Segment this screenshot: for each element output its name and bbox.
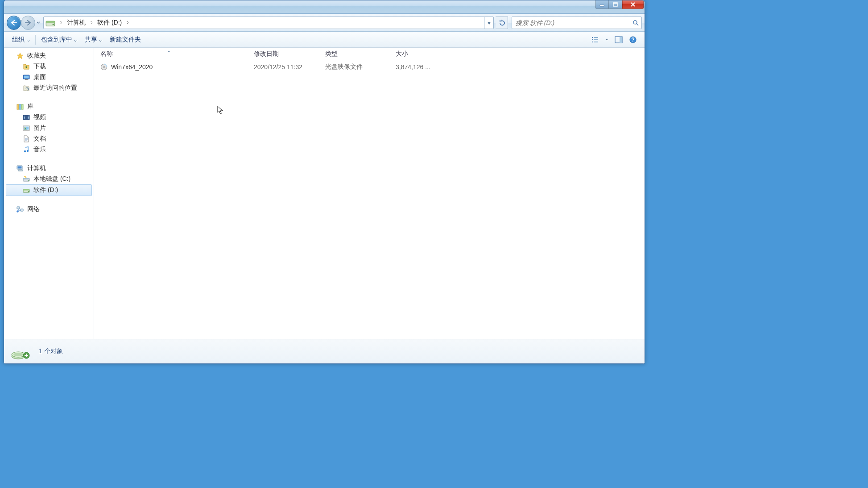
separator bbox=[35, 35, 36, 45]
back-button[interactable] bbox=[7, 16, 21, 30]
documents-icon bbox=[23, 135, 30, 142]
include-library-button[interactable]: 包含到库中 bbox=[37, 34, 81, 46]
column-date[interactable]: 修改日期 bbox=[248, 48, 319, 60]
desktop-icon bbox=[23, 74, 30, 81]
sidebar-library-head[interactable]: 库 bbox=[4, 101, 94, 112]
svg-rect-8 bbox=[594, 37, 598, 38]
svg-point-44 bbox=[28, 191, 29, 192]
star-icon bbox=[17, 52, 24, 59]
refresh-icon bbox=[499, 20, 505, 26]
share-button[interactable]: 共享 bbox=[81, 34, 106, 46]
sidebar-item-documents[interactable]: 文档 bbox=[4, 133, 94, 144]
svg-rect-27 bbox=[24, 118, 25, 119]
svg-rect-19 bbox=[25, 79, 28, 80]
file-name: Win7x64_2020 bbox=[111, 63, 153, 71]
computer-label: 计算机 bbox=[27, 164, 46, 172]
breadcrumb-computer[interactable]: 计算机 bbox=[65, 17, 87, 29]
svg-rect-29 bbox=[28, 117, 29, 118]
file-row[interactable]: Win7x64_2020 2020/12/25 11:32 光盘映像文件 3,8… bbox=[94, 60, 645, 74]
sidebar-item-downloads[interactable]: 下载 bbox=[4, 61, 94, 72]
pictures-icon bbox=[23, 125, 30, 132]
file-name-cell: Win7x64_2020 bbox=[94, 63, 248, 71]
sidebar-favorites-group: 收藏夹 下载 桌面 最近访问的位置 bbox=[4, 50, 94, 93]
col-name-label: 名称 bbox=[100, 50, 113, 58]
chevron-down-icon bbox=[26, 36, 30, 43]
address-dropdown[interactable]: ▾ bbox=[484, 17, 493, 29]
forward-arrow-icon bbox=[25, 20, 32, 26]
search-box[interactable] bbox=[512, 17, 642, 29]
svg-rect-4 bbox=[46, 21, 55, 23]
help-button[interactable]: ? bbox=[627, 34, 639, 45]
search-input[interactable] bbox=[512, 19, 630, 26]
recent-icon bbox=[23, 84, 30, 92]
forward-button[interactable] bbox=[21, 16, 35, 30]
content-area: 名称 修改日期 类型 大小 Win7x64_2020 2020/12/25 11… bbox=[94, 48, 645, 339]
file-size: 3,874,126 ... bbox=[389, 63, 438, 71]
sidebar-label: 软件 (D:) bbox=[33, 186, 58, 194]
music-icon bbox=[23, 146, 30, 153]
sidebar-item-drive-c[interactable]: 本地磁盘 (C:) bbox=[4, 174, 94, 184]
sidebar-item-videos[interactable]: 视频 bbox=[4, 112, 94, 123]
sidebar-item-music[interactable]: 音乐 bbox=[4, 144, 94, 155]
new-folder-button[interactable]: 新建文件夹 bbox=[106, 34, 145, 46]
breadcrumb-sep[interactable] bbox=[57, 17, 65, 29]
history-dropdown[interactable] bbox=[35, 21, 41, 24]
nav-arrows bbox=[7, 16, 41, 30]
svg-rect-12 bbox=[594, 42, 598, 42]
organize-button[interactable]: 组织 bbox=[8, 34, 33, 46]
breadcrumb-sep[interactable] bbox=[124, 17, 132, 29]
column-type[interactable]: 类型 bbox=[319, 48, 389, 60]
sidebar-computer-head[interactable]: 计算机 bbox=[4, 163, 94, 174]
breadcrumb-current[interactable]: 软件 (D:) bbox=[95, 17, 124, 29]
sidebar-label: 下载 bbox=[33, 63, 46, 71]
file-list[interactable]: Win7x64_2020 2020/12/25 11:32 光盘映像文件 3,8… bbox=[94, 60, 645, 339]
sidebar-item-recent[interactable]: 最近访问的位置 bbox=[4, 83, 94, 93]
sidebar-network-head[interactable]: 网络 bbox=[4, 204, 94, 215]
view-mode-button[interactable] bbox=[589, 34, 602, 45]
sidebar-library-group: 库 视频 图片 文档 音乐 bbox=[4, 101, 94, 155]
video-icon bbox=[23, 114, 30, 121]
maximize-icon bbox=[613, 2, 618, 7]
svg-rect-26 bbox=[24, 117, 25, 118]
svg-point-33 bbox=[25, 127, 25, 128]
preview-pane-button[interactable] bbox=[612, 34, 625, 45]
back-arrow-icon bbox=[10, 20, 17, 26]
sidebar-item-desktop[interactable]: 桌面 bbox=[4, 72, 94, 83]
svg-rect-11 bbox=[592, 42, 593, 42]
refresh-button[interactable] bbox=[496, 17, 508, 29]
status-text: 1 个对象 bbox=[39, 347, 63, 355]
svg-rect-38 bbox=[18, 170, 23, 171]
search-icon[interactable] bbox=[630, 20, 641, 26]
chevron-down-icon bbox=[37, 21, 40, 24]
file-type: 光盘映像文件 bbox=[319, 63, 389, 71]
sidebar-favorites-head[interactable]: 收藏夹 bbox=[4, 50, 94, 61]
downloads-icon bbox=[23, 63, 30, 70]
svg-rect-0 bbox=[600, 5, 604, 6]
drive-large-icon bbox=[10, 343, 31, 360]
svg-rect-23 bbox=[21, 104, 23, 109]
sidebar-label: 视频 bbox=[33, 113, 46, 121]
sidebar-label: 本地磁盘 (C:) bbox=[33, 175, 70, 183]
address-bar[interactable]: 计算机 软件 (D:) ▾ bbox=[43, 17, 494, 29]
close-icon bbox=[630, 2, 636, 7]
maximize-button[interactable] bbox=[609, 0, 622, 9]
col-size-label: 大小 bbox=[396, 50, 408, 58]
minimize-icon bbox=[599, 2, 605, 7]
close-button[interactable] bbox=[622, 0, 644, 9]
column-size[interactable]: 大小 bbox=[389, 48, 438, 60]
sidebar-item-pictures[interactable]: 图片 bbox=[4, 123, 94, 133]
svg-rect-21 bbox=[17, 104, 19, 109]
col-date-label: 修改日期 bbox=[254, 50, 279, 58]
explorer-window: 计算机 软件 (D:) ▾ 组织 包含到库中 共享 bbox=[4, 0, 645, 364]
breadcrumb-sep[interactable] bbox=[87, 17, 95, 29]
network-icon bbox=[17, 206, 24, 213]
column-name[interactable]: 名称 bbox=[94, 48, 248, 60]
view-mode-dropdown[interactable] bbox=[603, 34, 611, 45]
computer-icon bbox=[17, 165, 24, 172]
sidebar-label: 图片 bbox=[33, 124, 46, 132]
drive-c-icon bbox=[23, 175, 30, 183]
sidebar-label: 最近访问的位置 bbox=[33, 84, 77, 92]
svg-point-41 bbox=[28, 180, 29, 181]
sidebar-item-drive-d[interactable]: 软件 (D:) bbox=[6, 184, 92, 196]
minimize-button[interactable] bbox=[595, 0, 609, 9]
